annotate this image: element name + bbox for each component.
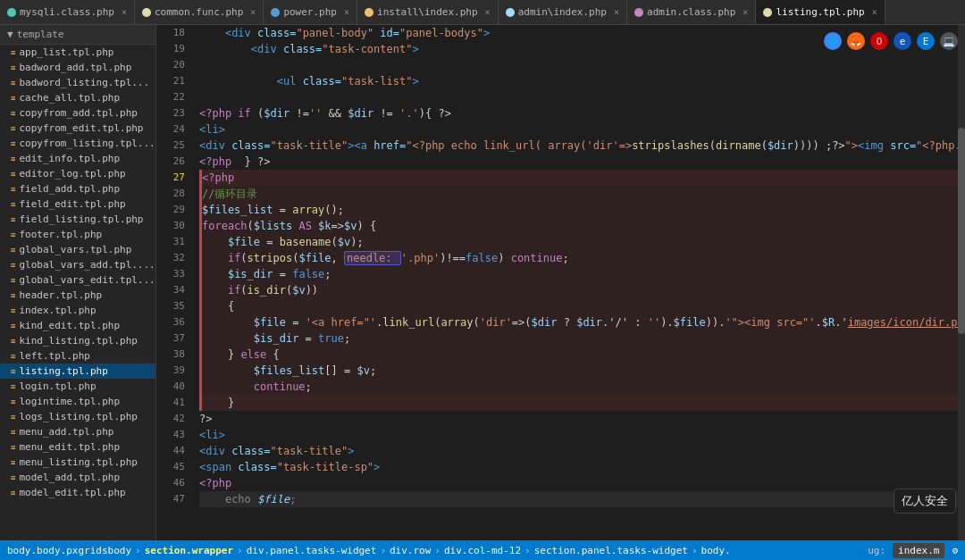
tab-close-common[interactable]: × bbox=[250, 7, 256, 17]
tab-common[interactable]: common.func.php × bbox=[135, 0, 264, 24]
tab-label-power: power.php bbox=[283, 6, 337, 18]
code-line: $is_dir = true; bbox=[199, 330, 965, 347]
tab-power[interactable]: power.php × bbox=[264, 0, 357, 24]
bottom-tab-index[interactable]: index.m bbox=[893, 543, 944, 558]
code-line: //循环目录 bbox=[199, 186, 965, 202]
sidebar-item[interactable]: ≡field_edit.tpl.php bbox=[0, 196, 155, 212]
scrollbar-track[interactable] bbox=[958, 25, 965, 540]
breadcrumb-item: section.panel.tasks-widget bbox=[534, 545, 688, 556]
file-icon: ≡ bbox=[11, 261, 15, 270]
sidebar-item[interactable]: ≡menu_edit.tpl.php bbox=[0, 439, 155, 455]
sidebar-item[interactable]: ≡field_listing.tpl.php bbox=[0, 212, 155, 227]
tab-mysqli[interactable]: mysqli.class.php × bbox=[0, 0, 135, 24]
sidebar-item-listing[interactable]: ≡listing.tpl.php bbox=[0, 364, 155, 379]
code-line bbox=[199, 57, 965, 73]
code-line: $files_list[] = $v; bbox=[199, 363, 965, 379]
file-icon: ≡ bbox=[11, 367, 15, 376]
sidebar-item[interactable]: ≡cache_all.tpl.php bbox=[0, 90, 155, 105]
sidebar-item[interactable]: ≡kind_listing.tpl.php bbox=[0, 333, 155, 348]
sidebar-item[interactable]: ≡copyfrom_edit.tpl.php bbox=[0, 121, 155, 136]
sidebar-item[interactable]: ≡logs_listing.tpl.php bbox=[0, 409, 155, 424]
file-icon: ≡ bbox=[11, 185, 15, 194]
code-line: <li> bbox=[199, 121, 965, 138]
gear-icon[interactable]: ⚙ bbox=[952, 545, 958, 556]
code-line: <?php bbox=[199, 475, 965, 491]
code-editor: 18 19 20 21 22 23 24 25 26 27 28 29 30 3… bbox=[156, 25, 965, 540]
line-numbers: 18 19 20 21 22 23 24 25 26 27 28 29 30 3… bbox=[156, 25, 192, 540]
code-line bbox=[199, 89, 965, 105]
breadcrumb-item: div.row bbox=[390, 545, 431, 556]
status-bar: body.body.pxgridsbody › section.wrapper … bbox=[0, 540, 965, 560]
tab-admin-class[interactable]: admin.class.php × bbox=[627, 0, 756, 24]
sidebar-item[interactable]: ≡login.tpl.php bbox=[0, 379, 155, 394]
breadcrumb-item: body.body.pxgridsbody bbox=[7, 545, 131, 556]
folder-expand-icon: ▼ bbox=[7, 29, 13, 40]
browser-icons-panel: 🌐 🦊 O e E 💻 bbox=[824, 32, 958, 50]
sidebar-item[interactable]: ≡kind_edit.tpl.php bbox=[0, 318, 155, 333]
sidebar-item[interactable]: ≡badword_add.tpl.php bbox=[0, 60, 155, 75]
sidebar-item[interactable]: ≡global_vars_add.tpl.... bbox=[0, 257, 155, 272]
file-icon: ≡ bbox=[11, 155, 15, 163]
tab-install[interactable]: install\index.php × bbox=[357, 0, 499, 24]
file-icon: ≡ bbox=[11, 139, 15, 148]
firefox-icon: 🦊 bbox=[847, 32, 865, 50]
tab-close-admin-index[interactable]: × bbox=[614, 7, 619, 17]
code-line: <div class="task-title"> bbox=[199, 443, 965, 459]
code-container: 18 19 20 21 22 23 24 25 26 27 28 29 30 3… bbox=[156, 25, 965, 540]
tab-bar: mysqli.class.php × common.func.php × pow… bbox=[0, 0, 965, 25]
code-line: } else { bbox=[199, 347, 965, 363]
sidebar-item[interactable]: ≡index.tpl.php bbox=[0, 303, 155, 318]
code-line: <?php bbox=[199, 170, 965, 186]
file-icon: ≡ bbox=[11, 397, 15, 406]
tab-label-admin-index: admin\index.php bbox=[518, 6, 607, 18]
sidebar-item[interactable]: ≡edit_info.tpl.php bbox=[0, 151, 155, 166]
breadcrumb-item: div.col-md-12 bbox=[444, 545, 521, 556]
sidebar-item[interactable]: ≡app_list.tpl.php bbox=[0, 45, 155, 60]
sidebar-item[interactable]: ≡logintime.tpl.php bbox=[0, 394, 155, 409]
tab-close-power[interactable]: × bbox=[344, 7, 349, 17]
sidebar-item[interactable]: ≡menu_listing.tpl.php bbox=[0, 455, 155, 470]
breadcrumb-item: body. bbox=[701, 545, 731, 556]
file-icon: ≡ bbox=[11, 443, 15, 452]
file-icon: ≡ bbox=[11, 458, 15, 467]
sidebar-item[interactable]: ≡model_edit.tpl.php bbox=[0, 485, 155, 500]
sidebar-item[interactable]: ≡menu_add.tpl.php bbox=[0, 424, 155, 439]
file-icon: ≡ bbox=[11, 489, 15, 497]
tab-close-listing[interactable]: × bbox=[872, 7, 877, 17]
code-lines[interactable]: <div class="panel-body" id="panel-bodys"… bbox=[192, 25, 965, 540]
file-icon: ≡ bbox=[11, 200, 15, 209]
file-icon: ≡ bbox=[11, 109, 15, 118]
bottom-tab-ug[interactable]: ug: bbox=[868, 545, 885, 556]
tab-close-mysqli[interactable]: × bbox=[122, 7, 127, 17]
sidebar-item[interactable]: ≡copyfrom_listing.tpl... bbox=[0, 136, 155, 151]
ie-icon: e bbox=[894, 32, 911, 50]
sidebar-item[interactable]: ≡global_vars_edit.tpl... bbox=[0, 272, 155, 288]
status-bar-right: ug: index.m ⚙ bbox=[868, 543, 958, 558]
code-line: $is_dir = false; bbox=[199, 266, 965, 282]
tab-label-common: common.func.php bbox=[155, 6, 243, 18]
file-icon: ≡ bbox=[11, 473, 15, 482]
tab-listing[interactable]: listing.tpl.php × bbox=[756, 0, 885, 24]
sidebar-item[interactable]: ≡editor_log.tpl.php bbox=[0, 166, 155, 181]
code-line: $files_list = array(); bbox=[199, 202, 965, 218]
opera-icon: O bbox=[870, 32, 888, 50]
tab-admin-index[interactable]: admin\index.php × bbox=[499, 0, 627, 24]
code-line: echo $file; bbox=[199, 491, 965, 507]
breadcrumb-item-section-wrapper: section.wrapper bbox=[145, 545, 233, 556]
sidebar-item[interactable]: ≡badword_listing.tpl... bbox=[0, 75, 155, 90]
tab-close-admin-class[interactable]: × bbox=[743, 7, 748, 17]
sidebar-item[interactable]: ≡global_vars.tpl.php bbox=[0, 242, 155, 257]
sidebar-item[interactable]: ≡model_add.tpl.php bbox=[0, 470, 155, 485]
breadcrumb-item: div.panel.tasks-widget bbox=[247, 545, 377, 556]
watermark: 亿人安全 bbox=[894, 489, 956, 514]
scrollbar-thumb[interactable] bbox=[958, 128, 965, 334]
tab-label-admin-class: admin.class.php bbox=[647, 6, 735, 18]
tab-label-listing: listing.tpl.php bbox=[776, 6, 864, 18]
sidebar-item[interactable]: ≡left.tpl.php bbox=[0, 348, 155, 364]
sidebar-item[interactable]: ≡field_add.tpl.php bbox=[0, 181, 155, 196]
tab-close-install[interactable]: × bbox=[485, 7, 491, 17]
sidebar-item[interactable]: ≡copyfrom_add.tpl.php bbox=[0, 105, 155, 121]
sidebar-item[interactable]: ≡footer.tpl.php bbox=[0, 227, 155, 242]
sidebar-item[interactable]: ≡header.tpl.php bbox=[0, 288, 155, 303]
file-icon: ≡ bbox=[11, 246, 15, 255]
